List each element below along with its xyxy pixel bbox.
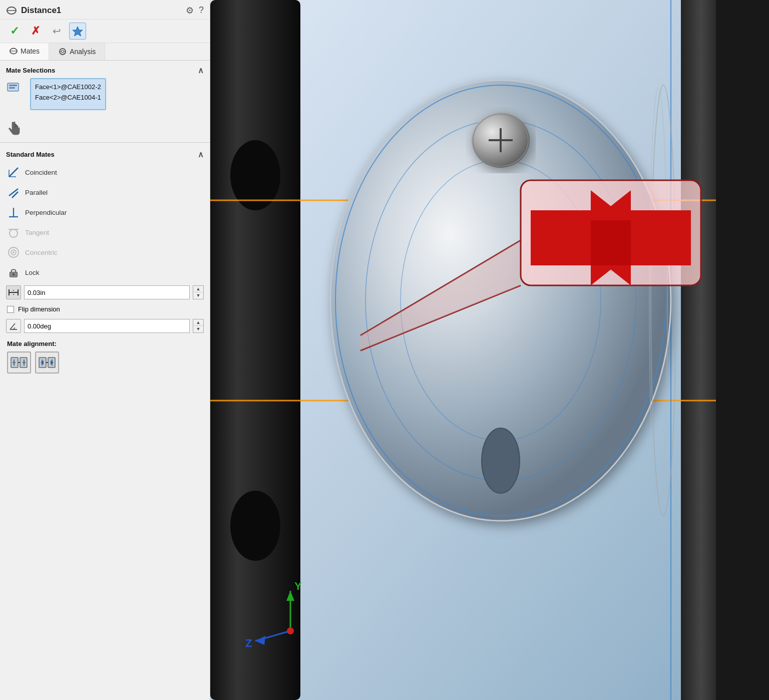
face1-selection: Face<1>@CAE1002-2 — [35, 82, 101, 93]
analysis-tab-label: Analysis — [70, 48, 96, 56]
flip-dimension-row: Flip dimension — [0, 302, 210, 316]
angle-spinners: ▲ ▼ — [193, 319, 204, 333]
svg-point-65 — [482, 428, 520, 493]
hand-icon-row — [0, 118, 210, 140]
panel-content: Mate Selections ∧ Face<1>@CAE1002-2 Face… — [0, 61, 210, 700]
tab-mates[interactable]: Mates — [0, 43, 49, 60]
mate-icon-title — [6, 5, 17, 16]
standard-mates-collapse[interactable]: ∧ — [198, 150, 204, 159]
distance-input[interactable] — [24, 285, 190, 299]
pin-icon — [72, 26, 83, 37]
svg-text:Y: Y — [294, 580, 302, 592]
coincident-label: Coincident — [25, 169, 57, 176]
mate-item-parallel[interactable]: Parallel — [0, 182, 210, 202]
help-icon-1[interactable]: ⚙ — [186, 5, 194, 16]
mate-selections-box[interactable]: Face<1>@CAE1002-2 Face<2>@CAE1004-1 — [30, 78, 106, 110]
flip-dimension-label: Flip dimension — [18, 305, 60, 313]
svg-rect-11 — [9, 87, 15, 89]
concentric-icon — [7, 246, 20, 259]
toolbar: ✓ ✗ ↩ — [0, 20, 210, 43]
angle-input[interactable] — [24, 319, 190, 333]
tangent-icon — [7, 226, 20, 239]
undo-button[interactable]: ↩ — [48, 23, 65, 40]
tab-bar: Mates Analysis — [0, 43, 210, 61]
distance-row: ▲ ▼ — [0, 282, 210, 302]
pointer-icon — [6, 120, 22, 136]
svg-point-77 — [287, 627, 294, 634]
tab-analysis[interactable]: Analysis — [49, 43, 105, 60]
svg-rect-10 — [9, 85, 17, 86]
title-bar: Distance1 ⚙ ? — [0, 0, 210, 20]
mate-item-lock[interactable]: Lock — [0, 262, 210, 282]
mate-selections-collapse[interactable]: ∧ — [198, 66, 204, 75]
mate-alignment-section: Mate alignment: — [0, 336, 210, 378]
svg-rect-47 — [210, 0, 300, 700]
svg-rect-72 — [591, 220, 631, 265]
viewport: Y Z — [210, 0, 769, 700]
angle-down-button[interactable]: ▼ — [193, 326, 203, 332]
mate-alignment-label: Mate alignment: — [7, 340, 203, 347]
distance-up-button[interactable]: ▲ — [193, 286, 203, 292]
svg-point-49 — [230, 491, 280, 561]
svg-text:Z: Z — [245, 637, 252, 649]
svg-rect-25 — [13, 274, 14, 275]
angle-icon — [6, 319, 21, 333]
flip-dimension-checkbox[interactable] — [7, 306, 14, 313]
mate-item-concentric[interactable]: Concentric — [0, 242, 210, 262]
angle-up-button[interactable]: ▲ — [193, 319, 203, 326]
mate-selections-header: Mate Selections ∧ — [0, 61, 210, 78]
mate-item-tangent[interactable]: Tangent — [0, 222, 210, 242]
svg-point-6 — [62, 51, 64, 53]
perpendicular-label: Perpendicular — [25, 209, 67, 216]
svg-line-12 — [9, 168, 18, 177]
concentric-label: Concentric — [25, 249, 58, 256]
face2-selection: Face<2>@CAE1004-1 — [35, 93, 101, 103]
page-title: Distance1 — [21, 6, 186, 16]
alignment-buttons — [7, 352, 203, 374]
alignment-anti-aligned-button[interactable] — [35, 352, 59, 374]
confirm-button[interactable]: ✓ — [6, 23, 23, 40]
parallel-label: Parallel — [25, 189, 48, 196]
3d-viewport-svg: Y Z — [210, 0, 769, 700]
lock-label: Lock — [25, 269, 40, 276]
selection-icon — [6, 78, 20, 94]
mates-tab-icon — [9, 47, 18, 55]
analysis-tab-icon — [58, 48, 67, 56]
mate-item-coincident[interactable]: Coincident — [0, 162, 210, 182]
tangent-label: Tangent — [25, 229, 49, 236]
parallel-icon — [7, 186, 20, 199]
cancel-button[interactable]: ✗ — [27, 23, 44, 40]
distance-spinners: ▲ ▼ — [193, 285, 204, 299]
alignment-aligned-button[interactable] — [7, 352, 31, 374]
svg-point-19 — [10, 229, 18, 237]
angle-row: ▲ ▼ — [0, 316, 210, 336]
distance-icon — [6, 285, 21, 299]
pin-button[interactable] — [69, 23, 86, 40]
mates-tab-label: Mates — [21, 47, 40, 55]
mate-item-perpendicular[interactable]: Perpendicular — [0, 202, 210, 222]
help-icon-2[interactable]: ? — [199, 5, 204, 16]
coincident-icon — [7, 166, 20, 179]
left-panel: Distance1 ⚙ ? ✓ ✗ ↩ — [0, 0, 210, 700]
svg-marker-2 — [73, 27, 83, 36]
perpendicular-icon — [7, 206, 20, 219]
title-buttons: ⚙ ? — [186, 5, 204, 16]
distance-down-button[interactable]: ▼ — [193, 292, 203, 299]
lock-icon — [7, 266, 20, 279]
standard-mates-header: Standard Mates ∧ — [0, 145, 210, 162]
svg-rect-80 — [716, 0, 769, 700]
svg-point-23 — [13, 252, 15, 253]
